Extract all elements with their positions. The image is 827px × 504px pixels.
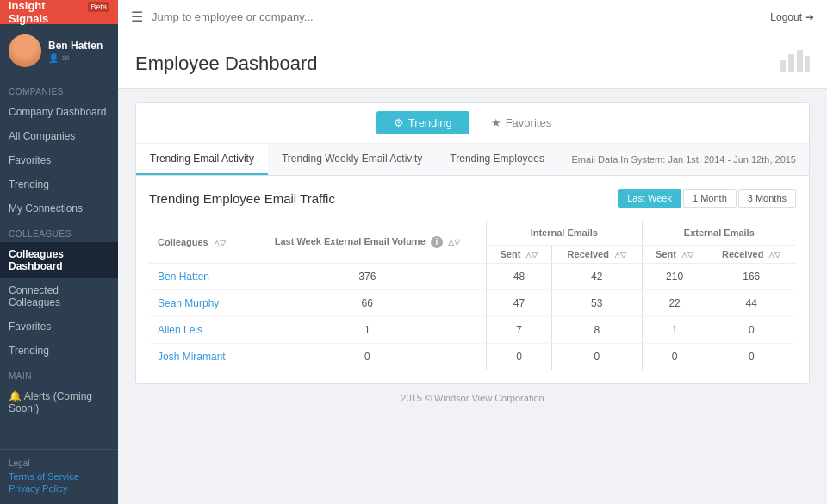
sidebar: Insight Signals Beta Ben Hatten 👤 ✉ Comp… [0, 0, 118, 504]
col-header-int-received[interactable]: Received △▽ [551, 246, 642, 264]
sidebar-item-company-dashboard[interactable]: Company Dashboard [0, 100, 118, 124]
ext-received-cell: 0 [707, 317, 797, 344]
time-btn-3-months[interactable]: 3 Months [738, 189, 796, 208]
col-header-int-sent[interactable]: Sent △▽ [487, 246, 552, 264]
col-header-colleagues[interactable]: Colleagues △▽ [149, 221, 249, 264]
subtab-email-activity-label: Trending Email Activity [150, 152, 254, 165]
ext-sent-cell: 1 [642, 317, 706, 344]
app-title: Insight Signals [9, 0, 83, 25]
subtab-email-activity[interactable]: Trending Email Activity [136, 144, 268, 175]
int-sent-cell: 7 [487, 317, 552, 344]
terms-of-service-link[interactable]: Terms of Service [9, 471, 109, 482]
volume-cell: 376 [249, 264, 487, 290]
colleagues-section-label: Colleagues [0, 221, 118, 242]
time-btn-1-month[interactable]: 1 Month [683, 189, 737, 208]
data-info-text: Email Data In System: Jan 1st, 2014 - Ju… [559, 146, 809, 173]
ext-received-cell: 44 [707, 290, 797, 317]
employee-name-cell[interactable]: Ben Hatten [149, 264, 249, 290]
info-icon[interactable]: i [431, 236, 443, 248]
subtab-trending-employees[interactable]: Trending Employees [436, 144, 558, 175]
main-section-label: Main [0, 363, 118, 384]
volume-cell: 1 [249, 317, 487, 344]
bell-icon: 🔔 [9, 390, 22, 402]
sort-icon-ext-sent: △▽ [681, 251, 693, 259]
employee-name-cell[interactable]: Sean Murphy [149, 290, 249, 317]
volume-cell: 0 [249, 344, 487, 370]
sidebar-item-all-companies[interactable]: All Companies [0, 124, 118, 148]
tab-trending-label: Trending [408, 116, 452, 129]
page-header: Employee Dashboard [118, 34, 827, 89]
table-title: Trending Employee Email Traffic [149, 191, 335, 206]
subtab-weekly-email-label: Trending Weekly Email Activity [282, 152, 422, 165]
sidebar-item-trending-companies[interactable]: Trending [0, 172, 118, 196]
logout-button[interactable]: Logout ➔ [770, 11, 814, 23]
sidebar-item-trending-colleagues[interactable]: Trending [0, 339, 118, 363]
search-wrapper [152, 10, 762, 23]
table-row: Josh Miramant 0 0 0 0 0 [149, 344, 796, 370]
sort-icon-int-sent: △▽ [525, 251, 538, 259]
sidebar-item-connected-colleagues[interactable]: Connected Colleagues [0, 278, 118, 314]
footer-text: 2015 © Windsor View Corporation [401, 393, 544, 403]
col-header-volume[interactable]: Last Week External Email Volume i △▽ [249, 221, 487, 264]
sidebar-item-favorites-colleagues[interactable]: Favorites [0, 314, 118, 339]
int-sent-cell: 47 [487, 290, 552, 317]
main-content: ☰ Logout ➔ Employee Dashboard ⚙ [118, 0, 827, 504]
col-group-external: External Emails [642, 221, 796, 246]
sidebar-item-colleagues-dashboard[interactable]: Colleagues Dashboard [0, 242, 118, 278]
chart-icon [779, 47, 810, 79]
beta-badge: Beta [88, 2, 109, 12]
tab-favorites[interactable]: ★ Favorites [474, 111, 569, 134]
hamburger-icon[interactable]: ☰ [131, 9, 143, 25]
table-section: Trending Employee Email Traffic Last Wee… [136, 176, 809, 383]
companies-section-label: Companies [0, 78, 118, 100]
sidebar-footer: Legal Terms of Service Privacy Policy [0, 449, 118, 504]
int-received-cell: 42 [551, 264, 642, 290]
subtab-weekly-email[interactable]: Trending Weekly Email Activity [268, 144, 436, 175]
subtab-trending-employees-label: Trending Employees [450, 152, 544, 165]
page-footer: 2015 © Windsor View Corporation [135, 384, 810, 408]
ext-sent-cell: 22 [642, 290, 706, 317]
svg-rect-2 [797, 50, 803, 72]
employee-name-cell[interactable]: Josh Miramant [149, 344, 249, 370]
sort-icon-int-received: △▽ [614, 251, 626, 259]
col-header-ext-sent[interactable]: Sent △▽ [642, 246, 706, 264]
search-input[interactable] [152, 10, 762, 23]
logout-label: Logout [770, 11, 802, 23]
page-title: Employee Dashboard [135, 53, 318, 75]
int-sent-cell: 48 [487, 264, 552, 290]
topbar: ☰ Logout ➔ [118, 0, 827, 34]
user-icon-speech: ✉ [62, 53, 69, 63]
sidebar-item-favorites-companies[interactable]: Favorites [0, 148, 118, 172]
privacy-policy-link[interactable]: Privacy Policy [9, 483, 109, 494]
sort-icon-volume: △▽ [448, 238, 460, 246]
volume-cell: 66 [249, 290, 487, 317]
avatar [9, 34, 41, 67]
user-name: Ben Hatten [48, 40, 103, 52]
star-icon: ★ [491, 116, 501, 129]
col-group-internal: Internal Emails [487, 221, 643, 246]
data-table: Colleagues △▽ Last Week External Email V… [149, 221, 796, 370]
sidebar-header: Insight Signals Beta [0, 0, 118, 24]
svg-rect-0 [780, 60, 786, 72]
sidebar-item-my-connections[interactable]: My Connections [0, 196, 118, 221]
table-row: Ben Hatten 376 48 42 210 166 [149, 264, 796, 290]
content-area: ⚙ Trending ★ Favorites Trending Email Ac… [118, 89, 827, 504]
sort-icon-ext-received: △▽ [768, 251, 780, 259]
ext-sent-cell: 210 [642, 264, 706, 290]
ext-received-cell: 0 [707, 344, 797, 370]
col-header-ext-received[interactable]: Received △▽ [707, 246, 797, 264]
time-buttons: Last Week 1 Month 3 Months [618, 189, 796, 208]
sub-tabs: Trending Email Activity Trending Weekly … [136, 144, 809, 176]
employee-name-cell[interactable]: Allen Leis [149, 317, 249, 344]
logout-icon: ➔ [805, 11, 814, 23]
svg-rect-1 [788, 54, 794, 72]
alerts-label: Alerts (Coming Soon!) [9, 390, 92, 414]
int-sent-cell: 0 [487, 344, 552, 370]
time-btn-last-week[interactable]: Last Week [618, 189, 681, 208]
sidebar-user: Ben Hatten 👤 ✉ [0, 24, 118, 78]
ext-sent-cell: 0 [642, 344, 706, 370]
ext-received-cell: 166 [707, 264, 797, 290]
legal-label: Legal [9, 458, 109, 468]
tab-trending[interactable]: ⚙ Trending [376, 111, 469, 134]
top-tabs: ⚙ Trending ★ Favorites [136, 103, 809, 144]
